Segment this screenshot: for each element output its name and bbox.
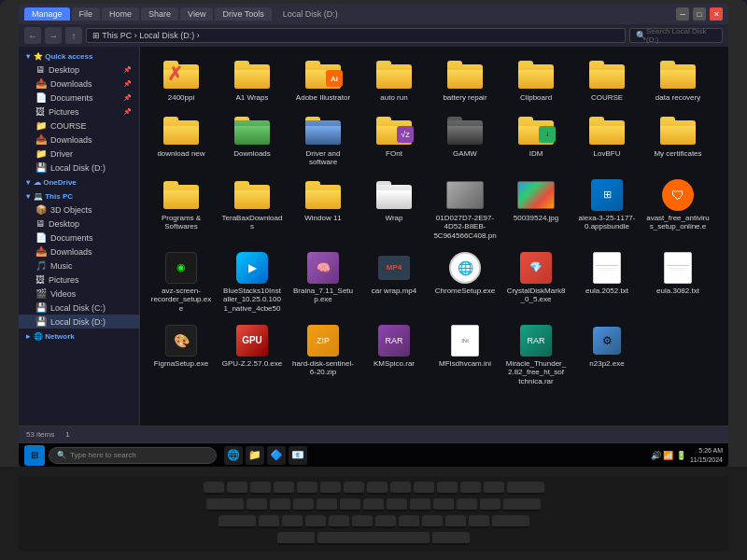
sidebar-item-driver-label: Driver	[50, 149, 73, 159]
taskbar-app-4[interactable]: 📧	[289, 446, 307, 465]
sidebar-item-music-label: Music	[50, 261, 73, 271]
list-item[interactable]: TeraBaxDownloads	[218, 175, 286, 244]
sidebar-item-documents[interactable]: 📄 Documents 📌	[19, 91, 139, 105]
tab-drive-tools[interactable]: Drive Tools	[215, 7, 271, 21]
sidebar-item-documents2[interactable]: 📄 Documents	[19, 231, 139, 245]
list-item[interactable]: My certificates	[644, 110, 712, 171]
list-item[interactable]: 🧠 Braina_7.11_Setu p.exe	[289, 247, 357, 316]
list-item[interactable]: GAMW	[431, 110, 499, 171]
taskbar: ⊞ 🔍 Type here to search 🌐 📁 🔷 📧 🔊 📶 🔋 5:…	[19, 442, 728, 467]
list-item[interactable]: Downloads	[218, 110, 286, 171]
list-item[interactable]: A1 Wraps	[218, 54, 286, 106]
downloads-icon: 📥	[35, 78, 47, 89]
list-item[interactable]: eula.3082.txt	[644, 247, 712, 316]
sidebar-item-pictures2[interactable]: 🖼 Pictures	[19, 273, 139, 287]
list-item[interactable]: ◉ avz-screen-recorder_setup.exe	[148, 247, 215, 316]
breadcrumb[interactable]: ⊞ This PC › Local Disk (D:) ›	[86, 28, 626, 43]
list-item[interactable]: eula.2052.txt	[573, 247, 641, 316]
tab-manage[interactable]: Manage	[24, 7, 70, 21]
sidebar-item-downloads[interactable]: 📥 Downloads 📌	[19, 77, 139, 91]
key	[414, 482, 434, 495]
sidebar-item-music[interactable]: 🎵 Music	[19, 259, 139, 273]
minimize-button[interactable]: ─	[676, 7, 689, 21]
list-item[interactable]: 50039524.jpg	[502, 175, 570, 244]
file-grid: 2400ppi A1 Wraps	[148, 54, 721, 389]
sidebar-onedrive-header[interactable]: ▾ ☁ OneDrive	[19, 176, 139, 189]
taskbar-app-2[interactable]: 📁	[246, 446, 264, 465]
list-item[interactable]: download new	[148, 110, 215, 171]
tab-view[interactable]: View	[180, 7, 213, 21]
sidebar-item-pictures[interactable]: 🖼 Pictures 📌	[19, 105, 139, 119]
list-item[interactable]: Programs & Softwares	[148, 175, 215, 244]
list-item[interactable]: auto run	[360, 54, 428, 106]
file-name: n23p2.exe	[589, 359, 624, 369]
list-item[interactable]: data recovery	[644, 54, 712, 106]
search-box[interactable]: 🔍 Search Local Disk (D:)	[629, 28, 723, 43]
key-row-3	[24, 515, 723, 528]
tab-file[interactable]: File	[72, 7, 101, 21]
list-item[interactable]: RAR KMSpico.rar	[360, 320, 428, 389]
list-item[interactable]: COURSE	[573, 54, 641, 106]
taskbar-search[interactable]: 🔍 Type here to search	[49, 447, 217, 464]
close-button[interactable]: ✕	[710, 7, 723, 21]
list-item[interactable]: 2400ppi	[148, 54, 215, 106]
list-item[interactable]: GPU GPU-Z.2.57.0.exe	[218, 320, 286, 389]
sidebar-item-videos[interactable]: 🎬 Videos	[19, 287, 139, 301]
sidebar-item-3d[interactable]: 📦 3D Objects	[19, 203, 139, 217]
list-item[interactable]: LovBFU	[573, 110, 641, 171]
sidebar-item-desktop2[interactable]: 🖥 Desktop	[19, 217, 139, 231]
list-item[interactable]: ⚙ n23p2.exe	[573, 320, 641, 389]
taskbar-app-1[interactable]: 🌐	[224, 446, 243, 465]
list-item[interactable]: RAR Miracle_Thunder_ 2.82_free_ht_sof tc…	[502, 320, 570, 389]
list-item[interactable]: MP4 car wrap.mp4	[360, 247, 428, 316]
breadcrumb-text: ⊞ This PC › Local Disk (D:) ›	[92, 31, 200, 40]
sidebar-item-downloads2[interactable]: 📥 Downloads	[19, 133, 139, 147]
file-name: ChromeSetup.exe	[435, 287, 495, 296]
list-item[interactable]: Window 11	[289, 175, 357, 244]
list-item[interactable]: 🌐 ChromeSetup.exe	[431, 247, 499, 316]
list-item[interactable]: 🎨 FigmaSetup.exe	[148, 320, 215, 389]
list-item[interactable]: ZIP hard-disk-sentinel-6-20.zip	[289, 320, 357, 389]
list-item[interactable]: Clipboard	[502, 54, 570, 106]
list-item[interactable]: 💎 CrystalDiskMark8 _0_5.exe	[502, 247, 570, 316]
key	[293, 498, 314, 511]
file-name: 50039524.jpg	[514, 214, 559, 223]
tab-home[interactable]: Home	[102, 7, 139, 21]
start-button[interactable]: ⊞	[24, 445, 45, 466]
folder-gamw-icon	[446, 114, 484, 147]
documents-icon: 📄	[35, 92, 47, 103]
sidebar-this-pc-header[interactable]: ▾ 💻 This PC	[19, 190, 139, 203]
up-button[interactable]: ↑	[65, 27, 82, 44]
sidebar-item-downloads3[interactable]: 📥 Downloads	[19, 245, 139, 259]
sidebar-quick-access: ▾ ⭐ Quick access 🖥 Desktop 📌 📥 Downloads…	[19, 50, 139, 175]
key	[432, 532, 470, 545]
sidebar-network-header[interactable]: ▸ 🌐 Network	[19, 330, 139, 343]
sidebar-item-driver[interactable]: 📁 Driver	[19, 147, 139, 161]
sidebar-item-desktop[interactable]: 🖥 Desktop 📌	[19, 63, 139, 77]
sidebar-item-local-d2[interactable]: 💾 Local Disk (D:)	[19, 315, 139, 329]
tab-share[interactable]: Share	[141, 7, 178, 21]
list-item[interactable]: Driver and software	[289, 110, 357, 171]
back-button[interactable]: ←	[24, 27, 41, 44]
taskbar-app-3[interactable]: 🔷	[267, 446, 286, 465]
sidebar-item-local-c[interactable]: 💾 Local Disk (C:)	[19, 301, 139, 315]
list-item[interactable]: 🛡 avast_free_antivirus_setup_online.e	[644, 175, 712, 244]
list-item[interactable]: Wrap	[360, 175, 428, 244]
list-item[interactable]: Ai Adobe Illustrator	[289, 54, 357, 106]
list-item[interactable]: INI MFIsdhvcam.ini	[431, 320, 499, 389]
key-row-1	[24, 482, 723, 495]
list-item[interactable]: ↓ IDM	[502, 110, 570, 171]
sidebar-item-course[interactable]: 📁 COURSE	[19, 119, 139, 133]
sidebar-quick-access-header[interactable]: ▾ ⭐ Quick access	[19, 50, 139, 63]
key-space[interactable]	[317, 532, 430, 545]
list-item[interactable]: √z FOnt	[360, 110, 428, 171]
chevron-icon-4: ▸	[26, 332, 30, 341]
list-item[interactable]: 01D027D7-2E97-4D52-B8EB-5C964566C408.png	[431, 175, 499, 244]
key	[340, 498, 360, 511]
sidebar-item-local-d[interactable]: 💾 Local Disk (D:)	[19, 161, 139, 175]
list-item[interactable]: battery repair	[431, 54, 499, 106]
list-item[interactable]: ▶ BlueStacks10Inst aller_10.25.0.100 1_n…	[218, 247, 286, 316]
forward-button[interactable]: →	[45, 27, 62, 44]
list-item[interactable]: ⊞ alexa-3-25-1177-0.appsbundle	[573, 175, 641, 244]
maximize-button[interactable]: □	[693, 7, 706, 21]
